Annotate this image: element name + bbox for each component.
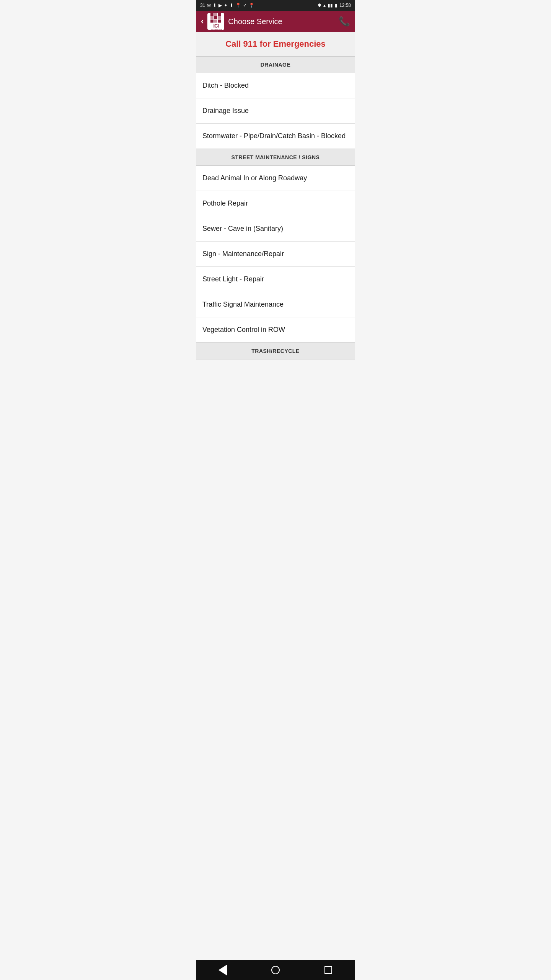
status-play-icon: ▶ [218,3,222,8]
status-signal-icon: ▮▮ [328,3,333,8]
list-item-sign[interactable]: Sign - Maintenance/Repair [196,242,355,267]
status-gmail-icon: ✉ [207,3,211,8]
status-dl2-icon: ⬇ [230,3,233,8]
list-item-street-light[interactable]: Street Light - Repair [196,267,355,292]
list-item-traffic-signal[interactable]: Traffic Signal Maintenance [196,292,355,317]
back-button[interactable]: ‹ [201,16,204,26]
list-item-dead-animal[interactable]: Dead Animal In or Along Roadway [196,166,355,191]
status-maps-icon: 📍 [235,3,241,8]
status-right-icons: ✱ ▴ ▮▮ ▮ 12:58 [318,3,351,8]
app-bar-title: Choose Service [228,17,282,26]
recent-square-icon [324,966,332,974]
status-time: 12:58 [339,3,351,8]
status-pinwheel-icon: ✦ [224,3,228,8]
section-header-street: STREET MAINTENANCE / SIGNS [196,149,355,166]
emergency-text: Call 911 for Emergencies [225,39,326,49]
status-wifi-icon: ▴ [323,3,326,8]
list-item-drainage-issue-label: Drainage Issue [202,107,249,114]
list-item-vegetation-label: Vegetation Control in ROW [202,326,285,333]
emergency-banner: Call 911 for Emergencies [196,32,355,56]
main-content: Call 911 for Emergencies DRAINAGE Ditch … [196,32,355,382]
list-item-ditch-blocked-label: Ditch - Blocked [202,82,249,89]
status-check-icon: ✓ [243,3,247,8]
home-circle-icon [271,966,280,974]
list-item-pothole[interactable]: Pothole Repair [196,191,355,216]
list-item-dead-animal-label: Dead Animal In or Along Roadway [202,174,307,182]
section-header-street-label: STREET MAINTENANCE / SIGNS [231,154,320,160]
nav-back-button[interactable] [213,960,232,980]
app-logo: ICI Chesapeake [207,13,224,30]
list-item-drainage-issue[interactable]: Drainage Issue [196,98,355,124]
back-triangle-icon [218,965,227,975]
app-bar-left: ‹ ICI Chesapeake Choose Service [201,13,282,30]
list-item-vegetation[interactable]: Vegetation Control in ROW [196,317,355,343]
section-header-drainage: DRAINAGE [196,56,355,73]
list-item-sign-label: Sign - Maintenance/Repair [202,250,284,258]
nav-home-button[interactable] [266,960,285,980]
nav-recent-button[interactable] [319,960,338,980]
status-left-icons: 31 ✉ ⬇ ▶ ✦ ⬇ 📍 ✓ 📍 [200,3,254,8]
logo-ici-text: ICI [214,23,219,28]
status-download-icon: ⬇ [213,3,217,8]
list-item-ditch-blocked[interactable]: Ditch - Blocked [196,73,355,98]
status-bar: 31 ✉ ⬇ ▶ ✦ ⬇ 📍 ✓ 📍 ✱ ▴ ▮▮ ▮ 12:58 [196,0,355,11]
app-bar: ‹ ICI Chesapeake Choose Service 📞 [196,11,355,32]
list-item-street-light-label: Street Light - Repair [202,275,264,283]
list-item-stormwater[interactable]: Stormwater - Pipe/Drain/Catch Basin - Bl… [196,124,355,149]
list-item-sewer[interactable]: Sewer - Cave in (Sanitary) [196,216,355,242]
status-calendar-icon: 31 [200,3,205,8]
status-maps2-icon: 📍 [249,3,254,8]
list-item-sewer-label: Sewer - Cave in (Sanitary) [202,225,283,232]
status-bluetooth-icon: ✱ [318,3,321,8]
phone-button[interactable]: 📞 [339,16,350,27]
list-item-pothole-label: Pothole Repair [202,199,248,207]
section-header-trash-label: TRASH/RECYCLE [251,348,300,354]
status-battery-icon: ▮ [335,3,337,8]
list-item-traffic-signal-label: Traffic Signal Maintenance [202,301,284,308]
logo-chesapeake-text: Chesapeake [210,28,222,30]
bottom-navigation [196,960,355,980]
section-header-drainage-label: DRAINAGE [261,62,291,68]
section-header-trash: TRASH/RECYCLE [196,343,355,359]
list-item-stormwater-label: Stormwater - Pipe/Drain/Catch Basin - Bl… [202,132,346,140]
